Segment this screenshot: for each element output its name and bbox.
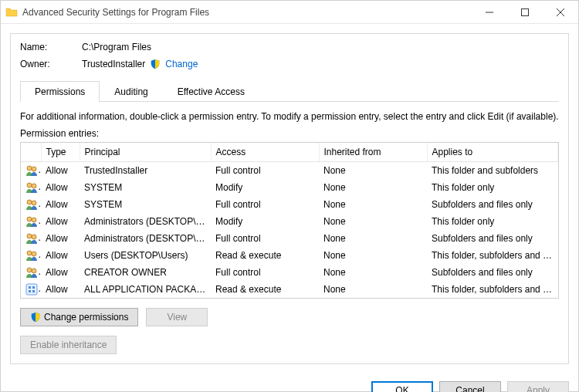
users-icon bbox=[25, 215, 38, 228]
row-applies: This folder and subfolders bbox=[427, 162, 558, 180]
tab-effective-access[interactable]: Effective Access bbox=[163, 81, 259, 102]
row-principal: SYSTEM bbox=[80, 196, 211, 213]
svg-point-1 bbox=[27, 166, 32, 171]
permission-table: Type Principal Access Inherited from App… bbox=[21, 143, 558, 298]
close-button[interactable] bbox=[543, 1, 578, 24]
row-applies: This folder only bbox=[427, 213, 558, 230]
users-icon bbox=[25, 266, 38, 279]
row-type: Allow bbox=[41, 230, 80, 247]
name-value: C:\Program Files bbox=[82, 42, 151, 52]
row-applies: Subfolders and files only bbox=[427, 196, 558, 213]
table-row[interactable]: AllowAdministrators (DESKTOP\Ad...Full c… bbox=[21, 230, 558, 247]
row-applies: This folder, subfolders and files bbox=[427, 281, 558, 298]
row-inherited: None bbox=[319, 179, 427, 196]
row-applies: This folder only bbox=[427, 179, 558, 196]
svg-point-11 bbox=[27, 251, 32, 255]
permission-table-wrap: Type Principal Access Inherited from App… bbox=[20, 142, 559, 299]
row-access: Full control bbox=[211, 230, 319, 247]
view-button[interactable]: View bbox=[146, 308, 208, 326]
row-type: Allow bbox=[41, 196, 80, 213]
owner-row: Owner: TrustedInstaller Change bbox=[20, 59, 559, 69]
action-button-row: Change permissions View bbox=[20, 308, 559, 326]
window-title: Advanced Security Settings for Program F… bbox=[22, 7, 472, 18]
inheritance-row: Enable inheritance bbox=[20, 336, 559, 354]
shield-icon bbox=[30, 312, 41, 323]
svg-rect-15 bbox=[26, 284, 37, 295]
table-row[interactable]: AllowALL APPLICATION PACKAGESRead & exec… bbox=[21, 281, 558, 298]
svg-point-2 bbox=[32, 167, 36, 171]
row-type: Allow bbox=[41, 264, 80, 281]
row-principal: Administrators (DESKTOP\Ad... bbox=[80, 230, 211, 247]
apply-button[interactable]: Apply bbox=[507, 381, 569, 392]
svg-rect-19 bbox=[32, 290, 35, 292]
svg-point-8 bbox=[32, 218, 36, 222]
row-access: Full control bbox=[211, 196, 319, 213]
svg-point-9 bbox=[27, 234, 32, 238]
row-icon-cell bbox=[21, 196, 41, 213]
svg-rect-18 bbox=[29, 290, 31, 292]
row-principal: ALL APPLICATION PACKAGES bbox=[80, 281, 211, 298]
app-package-icon bbox=[25, 283, 38, 296]
ok-button[interactable]: OK bbox=[371, 381, 433, 392]
users-icon bbox=[25, 164, 38, 177]
col-applies[interactable]: Applies to bbox=[427, 143, 558, 162]
row-icon-cell bbox=[21, 179, 41, 196]
col-type[interactable]: Type bbox=[41, 143, 80, 162]
row-applies: This folder, subfolders and files bbox=[427, 247, 558, 264]
security-settings-window: Advanced Security Settings for Program F… bbox=[0, 0, 579, 392]
name-row: Name: C:\Program Files bbox=[20, 42, 559, 52]
row-inherited: None bbox=[319, 247, 427, 264]
row-applies: Subfolders and files only bbox=[427, 230, 558, 247]
col-principal[interactable]: Principal bbox=[80, 143, 211, 162]
row-inherited: None bbox=[319, 196, 427, 213]
row-principal: Users (DESKTOP\Users) bbox=[80, 247, 211, 264]
table-row[interactable]: AllowSYSTEMFull controlNoneSubfolders an… bbox=[21, 196, 558, 213]
change-permissions-button[interactable]: Change permissions bbox=[20, 308, 138, 326]
row-inherited: None bbox=[319, 281, 427, 298]
svg-point-4 bbox=[32, 184, 36, 188]
svg-rect-17 bbox=[32, 286, 35, 289]
table-row[interactable]: AllowCREATOR OWNERFull controlNoneSubfol… bbox=[21, 264, 558, 281]
minimize-button[interactable] bbox=[472, 1, 507, 24]
change-owner-link[interactable]: Change bbox=[165, 59, 198, 69]
row-type: Allow bbox=[41, 281, 80, 298]
table-row[interactable]: AllowAdministrators (DESKTOP\Ad...Modify… bbox=[21, 213, 558, 230]
row-icon-cell bbox=[21, 230, 41, 247]
table-row[interactable]: AllowUsers (DESKTOP\Users)Read & execute… bbox=[21, 247, 558, 264]
svg-rect-16 bbox=[29, 286, 31, 289]
owner-value: TrustedInstaller bbox=[82, 59, 145, 69]
col-access[interactable]: Access bbox=[211, 143, 319, 162]
svg-point-14 bbox=[32, 269, 36, 273]
name-label: Name: bbox=[20, 42, 82, 52]
enable-inheritance-button[interactable]: Enable inheritance bbox=[20, 336, 117, 354]
row-icon-cell bbox=[21, 264, 41, 281]
users-icon bbox=[25, 198, 38, 211]
users-icon bbox=[25, 232, 38, 245]
window-controls bbox=[472, 1, 578, 24]
shield-icon bbox=[150, 59, 161, 69]
maximize-button[interactable] bbox=[507, 1, 543, 24]
row-access: Full control bbox=[211, 264, 319, 281]
tab-auditing[interactable]: Auditing bbox=[100, 81, 162, 102]
tab-permissions[interactable]: Permissions bbox=[20, 81, 100, 102]
row-icon-cell bbox=[21, 213, 41, 230]
svg-rect-0 bbox=[522, 8, 529, 15]
cancel-button[interactable]: Cancel bbox=[439, 381, 501, 392]
main-panel: Name: C:\Program Files Owner: TrustedIns… bbox=[10, 33, 569, 364]
table-header-row: Type Principal Access Inherited from App… bbox=[21, 143, 558, 162]
owner-label: Owner: bbox=[20, 59, 82, 69]
content-area: Name: C:\Program Files Owner: TrustedIns… bbox=[1, 24, 578, 373]
row-icon-cell bbox=[21, 247, 41, 264]
row-icon-cell bbox=[21, 281, 41, 298]
row-inherited: None bbox=[319, 264, 427, 281]
col-icon[interactable] bbox=[21, 143, 41, 162]
table-row[interactable]: AllowSYSTEMModifyNoneThis folder only bbox=[21, 179, 558, 196]
table-row[interactable]: AllowTrustedInstallerFull controlNoneThi… bbox=[21, 162, 558, 180]
row-access: Read & execute bbox=[211, 281, 319, 298]
row-principal: CREATOR OWNER bbox=[80, 264, 211, 281]
change-permissions-label: Change permissions bbox=[44, 312, 128, 323]
col-inherited[interactable]: Inherited from bbox=[319, 143, 427, 162]
svg-point-13 bbox=[27, 268, 32, 272]
svg-point-12 bbox=[32, 252, 36, 256]
row-access: Read & execute bbox=[211, 247, 319, 264]
